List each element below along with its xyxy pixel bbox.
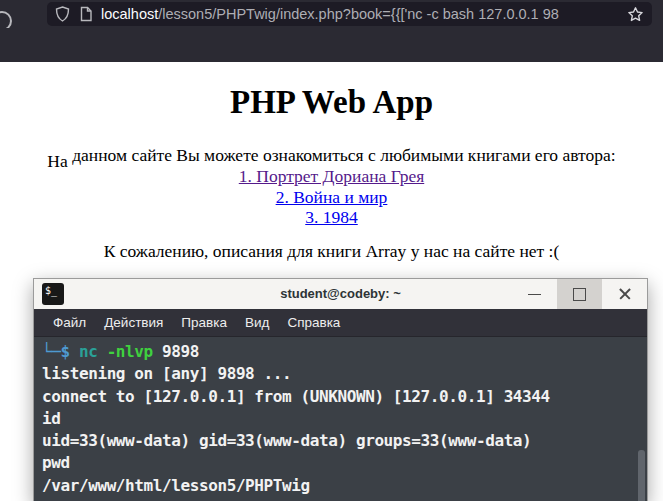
terminal-line: id — [42, 408, 647, 430]
terminal-text-segment: -nlvp — [107, 342, 153, 361]
page-title: PHP Web App — [0, 84, 663, 121]
intro-rest: данном сайте Вы можете ознакомиться с лю… — [68, 145, 616, 165]
not-found-message: К сожалению, описания для книги Array у … — [0, 241, 663, 262]
book-link-3[interactable]: 3. 1984 — [0, 207, 663, 228]
menu-file[interactable]: Файл — [44, 309, 95, 336]
maximize-icon — [573, 288, 586, 301]
terminal-output[interactable]: └─$ nc -nlvp 9898listening on [any] 9898… — [34, 337, 647, 501]
close-icon — [618, 287, 632, 301]
terminal-text-segment: connect to [127.0.0.1] from (UNKNOWN) [1… — [42, 387, 550, 406]
terminal-scrollbar-thumb[interactable] — [638, 450, 645, 501]
browser-toolbar: localhost/lesson5/PHPTwig/index.php?book… — [0, 0, 663, 28]
url-path: /lesson5/PHPTwig/index.php?book={{['nc -… — [158, 6, 559, 22]
address-bar[interactable]: localhost/lesson5/PHPTwig/index.php?book… — [47, 2, 652, 26]
terminal-text-segment — [97, 342, 106, 361]
menu-edit[interactable]: Правка — [172, 309, 236, 336]
url-host: localhost — [101, 6, 158, 22]
page-info-icon[interactable] — [79, 6, 93, 22]
terminal-text-segment: uid=33(www-data) gid=33(www-data) groups… — [42, 431, 531, 450]
terminal-text-segment: id — [42, 409, 60, 428]
book-link-list: 1. Портрет Дориана Грея 2. Война и мир 3… — [0, 166, 663, 228]
intro-text: На данном сайте Вы можете ознакомиться с… — [0, 145, 663, 166]
terminal-line: listening on [any] 9898 ... — [42, 363, 647, 385]
menu-view[interactable]: Вид — [236, 309, 278, 336]
window-controls — [512, 279, 647, 309]
terminal-text-segment: nc — [79, 342, 97, 361]
url-fade-overlay — [575, 6, 621, 22]
terminal-line: └─$ nc -nlvp 9898 — [42, 341, 647, 363]
url-text[interactable]: localhost/lesson5/PHPTwig/index.php?book… — [101, 6, 621, 22]
terminal-text-segment: └─$ — [42, 342, 79, 361]
book-link-1[interactable]: 1. Портрет Дориана Грея — [0, 166, 663, 187]
terminal-text-segment: listening on [any] 9898 ... — [42, 364, 291, 383]
terminal-menubar: Файл Действия Правка Вид Справка — [34, 309, 647, 337]
terminal-line: connect to [127.0.0.1] from (UNKNOWN) [1… — [42, 386, 647, 408]
terminal-line: uid=33(www-data) gid=33(www-data) groups… — [42, 430, 647, 452]
terminal-titlebar[interactable]: $_ student@codeby: ~ — [34, 279, 647, 309]
terminal-app-icon: $_ — [42, 283, 64, 305]
close-button[interactable] — [602, 279, 647, 309]
screenshot-root: localhost/lesson5/PHPTwig/index.php?book… — [0, 0, 663, 501]
minimize-icon — [528, 294, 541, 295]
bookmark-star-icon[interactable] — [627, 6, 644, 23]
menu-help[interactable]: Справка — [278, 309, 349, 336]
terminal-window: $_ student@codeby: ~ Файл Действия Правк… — [33, 278, 648, 501]
terminal-line: ^C — [42, 497, 647, 501]
terminal-text-segment: 9898 — [153, 342, 199, 361]
maximize-button[interactable] — [557, 279, 602, 309]
terminal-window-title: student@codeby: ~ — [280, 279, 401, 309]
terminal-line: /var/www/html/lesson5/PHPTwig — [42, 475, 647, 497]
terminal-text-segment: pwd — [42, 453, 70, 472]
bookmarks-bar: Игры Кодебай Курсы по информаци… — [0, 28, 663, 62]
book-link-2[interactable]: 2. Война и мир — [0, 187, 663, 208]
shield-icon[interactable] — [55, 6, 70, 22]
terminal-line: pwd — [42, 452, 647, 474]
minimize-button[interactable] — [512, 279, 557, 309]
menu-actions[interactable]: Действия — [95, 309, 172, 336]
terminal-text-segment: /var/www/html/lesson5/PHPTwig — [42, 476, 310, 495]
